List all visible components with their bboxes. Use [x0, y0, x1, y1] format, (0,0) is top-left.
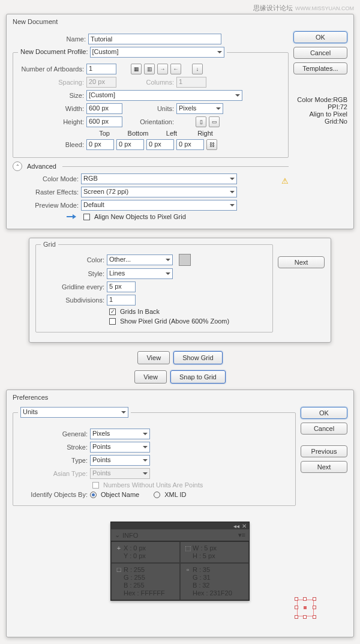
- prefs-title: Preferences: [7, 390, 353, 405]
- advanced-toggle[interactable]: ⌃: [13, 161, 22, 171]
- new-document-dialog: New Document Name: New Document Profile:…: [6, 14, 354, 229]
- panel-close-icon[interactable]: ✕: [242, 523, 247, 529]
- object-name-radio[interactable]: [90, 492, 97, 498]
- info-text: Color Mode:RGBPPI:72Align to Pixel Grid:…: [293, 96, 347, 125]
- bleed-top[interactable]: 0 px: [86, 139, 114, 150]
- panel-collapse-icon[interactable]: ◂◂: [233, 523, 239, 529]
- height-input[interactable]: 600 px: [86, 116, 122, 127]
- snap-grid-button[interactable]: Snap to Grid: [170, 370, 226, 384]
- bleed-left[interactable]: 0 px: [146, 139, 174, 150]
- artboards-input[interactable]: 1: [86, 64, 116, 74]
- prefs-ok-button[interactable]: OK: [301, 407, 347, 419]
- info-panel: ◂◂✕ ⌄INFO▾≡ +X : 0 px Y : 0 px ⬚W : 5 px…: [110, 522, 250, 601]
- dimension-cell: ⬚W : 5 px H : 5 px: [180, 541, 249, 563]
- grid-color-swatch[interactable]: [179, 254, 191, 266]
- xml-id-radio[interactable]: [154, 492, 160, 498]
- units-dropdown[interactable]: Pixels: [176, 103, 223, 114]
- stroke-swatch-icon: ▫: [184, 566, 191, 574]
- button-row-2: View Snap to Grid: [6, 370, 354, 384]
- arrange-rtl-icon[interactable]: ↓: [192, 64, 203, 74]
- name-input[interactable]: [88, 34, 221, 44]
- next-button[interactable]: Next: [278, 256, 325, 268]
- grid-style-dropdown[interactable]: Lines: [107, 268, 173, 279]
- asian-type-dropdown: Points: [90, 468, 150, 479]
- position-cell: +X : 0 px Y : 0 px: [111, 541, 180, 563]
- stroke-color-cell: ▫R : 35 G : 31 B : 32 Hex : 231F20: [180, 563, 249, 600]
- raster-dropdown[interactable]: Screen (72 ppi): [81, 187, 237, 197]
- fill-color-cell: □R : 255 G : 255 B : 255 Hex : FFFFFF: [111, 563, 180, 600]
- arrange-row-icon[interactable]: →: [157, 64, 168, 74]
- dialog-title: New Document: [7, 14, 353, 29]
- grid-dialog: Grid Color:Other... Style:Lines Gridline…: [29, 238, 331, 343]
- stroke-units-dropdown[interactable]: Points: [90, 442, 150, 453]
- view-button[interactable]: View: [137, 351, 170, 364]
- prefs-previous-button[interactable]: Previous: [301, 445, 347, 457]
- general-units-dropdown[interactable]: Pixels: [90, 429, 150, 439]
- view-button-2[interactable]: View: [134, 370, 167, 384]
- arrow-hint-icon: [67, 214, 79, 220]
- cancel-button[interactable]: Cancel: [293, 47, 347, 59]
- grid-color-dropdown[interactable]: Other...: [107, 254, 173, 265]
- ok-button[interactable]: OK: [293, 31, 347, 43]
- link-bleed-icon[interactable]: ⛓: [206, 139, 217, 150]
- pixel-grid-checkbox[interactable]: [109, 318, 116, 325]
- fill-swatch-icon: □: [115, 566, 122, 574]
- gridline-every-input[interactable]: 5 px: [107, 281, 136, 292]
- profile-fieldset: New Document Profile: [Custom] Number of…: [13, 47, 289, 158]
- preview-dropdown[interactable]: Default: [81, 200, 237, 211]
- grid-fieldset: Grid Color:Other... Style:Lines Gridline…: [35, 241, 273, 333]
- watermark: 思缘设计论坛WWW.MISSYUAN.COM: [6, 4, 354, 13]
- portrait-icon[interactable]: ▯: [196, 116, 206, 127]
- bleed-right[interactable]: 0 px: [176, 139, 204, 150]
- size-dropdown[interactable]: [Custom]: [86, 90, 242, 101]
- arrange-col-icon[interactable]: ←: [170, 64, 181, 74]
- prefs-cancel-button[interactable]: Cancel: [301, 423, 347, 435]
- grid-by-col-icon[interactable]: ▥: [144, 64, 155, 74]
- grids-in-back-checkbox[interactable]: ✓: [109, 308, 116, 315]
- grid-by-row-icon[interactable]: ▦: [131, 64, 142, 74]
- spacing-input: 20 px: [86, 77, 116, 88]
- panel-menu-icon[interactable]: ▾≡: [238, 531, 245, 539]
- templates-button[interactable]: Templates...: [293, 62, 347, 74]
- measure-icon: ⬚: [184, 544, 191, 552]
- numbers-checkbox: [92, 482, 99, 489]
- selection-preview: [295, 597, 316, 619]
- columns-input: 1: [176, 77, 206, 88]
- show-grid-button[interactable]: Show Grid: [173, 351, 222, 364]
- align-pixel-checkbox[interactable]: [83, 214, 90, 220]
- crosshair-icon: +: [115, 544, 122, 552]
- units-category-dropdown[interactable]: Units: [20, 407, 128, 418]
- prefs-next-button[interactable]: Next: [301, 461, 347, 473]
- landscape-icon[interactable]: ▭: [209, 116, 220, 127]
- warning-icon: ⚠: [281, 176, 289, 185]
- units-fieldset: Units General:Pixels Stroke:Points Type:…: [13, 407, 296, 506]
- bleed-bottom[interactable]: 0 px: [116, 139, 144, 150]
- preferences-dialog: Preferences Units General:Pixels Stroke:…: [6, 390, 354, 637]
- name-label: Name:: [13, 35, 86, 43]
- profile-dropdown[interactable]: [Custom]: [90, 47, 224, 58]
- colormode-dropdown[interactable]: RGB: [81, 173, 237, 184]
- width-input[interactable]: 600 px: [86, 103, 122, 114]
- expand-icon[interactable]: ⌄: [115, 531, 120, 539]
- type-units-dropdown[interactable]: Points: [90, 455, 150, 466]
- button-row-1: View Show Grid: [6, 351, 354, 364]
- subdivisions-input[interactable]: 1: [107, 295, 136, 305]
